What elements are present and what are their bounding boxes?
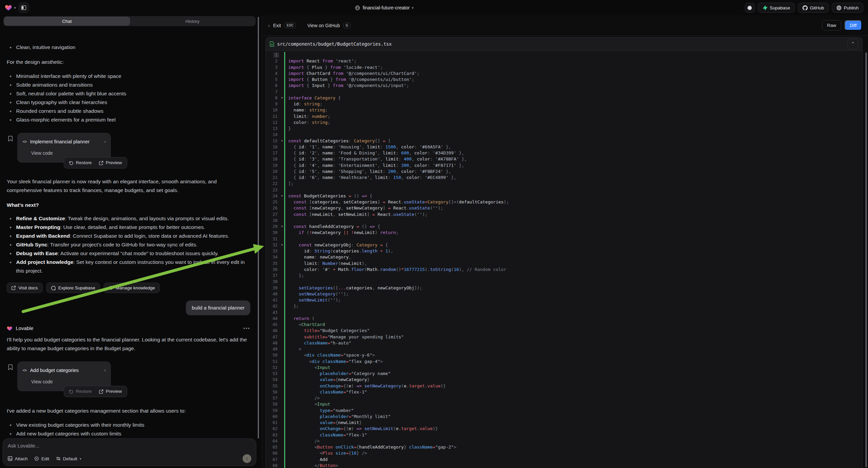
settings-button[interactable] (745, 3, 755, 13)
next-step-item: Master Prompting: Use clear, detailed, a… (7, 223, 250, 232)
whats-next-heading: What's next? (7, 201, 250, 209)
back-chevron-icon[interactable]: ‹ (268, 23, 270, 28)
code-text: id: string; (284, 101, 862, 107)
fold-spacer (280, 340, 284, 346)
file-card: src/components/budget/BudgetCategories.t… (266, 37, 863, 468)
line-number: 27 (266, 211, 280, 217)
collapse-chevron-up-button[interactable]: ⌃ (847, 39, 858, 49)
github-icon (803, 5, 808, 10)
code-line: 36 color: '#' + Math.floor(Math.random()… (266, 267, 862, 273)
visit-docs-label: Visit docs (19, 284, 38, 292)
tab-chat[interactable]: Chat (4, 17, 130, 26)
preview-button[interactable]: Preview (95, 387, 125, 396)
code-text: <Input (284, 364, 862, 371)
fold-chevron-icon[interactable]: ▼ (280, 138, 284, 144)
restore-button[interactable]: Restore (65, 158, 95, 167)
assistant-paragraph: I'll help you add budget categories to t… (7, 335, 250, 353)
logo-chevron-down-icon[interactable]: ▾ (14, 6, 16, 10)
line-number: 22 (266, 181, 280, 187)
code-line: 24▼const BudgetCategories = () => { (266, 193, 862, 199)
project-switcher[interactable]: financial-future-creator ▾ (355, 0, 414, 16)
code-text: { id: '5', name: 'Shopping', limit: 200,… (284, 169, 862, 175)
fold-spacer (280, 328, 284, 334)
card-toolbar: Restore Preview (64, 157, 127, 169)
mode-selector[interactable]: Default ▾ (56, 456, 82, 461)
code-text: onChange={(e) => setNewCategory(e.target… (284, 383, 862, 389)
visit-docs-button[interactable]: Visit docs (7, 283, 42, 293)
code-lines[interactable]: 12import React from 'react';3import { Pl… (266, 51, 862, 468)
next-step-item: Expand with Backend: Connect Supabase to… (7, 232, 250, 240)
code-line: 19 { id: '4', name: 'Entertainment', lim… (266, 163, 862, 169)
code-line: 22]; (266, 181, 862, 187)
line-number: 39 (266, 285, 280, 291)
line-number: 57 (266, 395, 280, 401)
code-scrollbar[interactable] (865, 52, 867, 467)
code-line: 67 Add (266, 457, 862, 463)
manage-knowledge-button[interactable]: Manage knowledge (104, 283, 160, 293)
chat-scroll-area[interactable]: Clean, intuitive navigation For the desi… (7, 42, 250, 437)
sidebar-toggle-button[interactable] (19, 3, 29, 13)
line-number: 44 (266, 316, 280, 322)
code-line: 37 }; (266, 273, 862, 279)
explore-supabase-button[interactable]: Explore Supabase (46, 283, 100, 293)
code-text: subtitle="Manage your spending limits" (284, 334, 862, 340)
attach-image-icon (8, 456, 12, 461)
raw-toggle-button[interactable]: Raw (822, 20, 841, 31)
external-link-icon (11, 286, 16, 290)
supabase-icon (763, 5, 767, 10)
project-chevron-down-icon: ▾ (412, 6, 414, 10)
edit-label: Edit (41, 456, 49, 461)
fold-spacer (280, 408, 284, 414)
code-line: 17 { id: '2', name: 'Food & Dining', lim… (266, 150, 862, 156)
fold-spacer (280, 205, 284, 211)
publish-button[interactable]: Publish (832, 3, 863, 13)
fold-spacer (280, 432, 284, 438)
app-window: ▾ financial-future-creator ▾ (0, 0, 868, 468)
exit-button[interactable]: Exit (273, 23, 281, 28)
tab-history[interactable]: History (130, 17, 255, 26)
edit-button[interactable]: Edit (34, 456, 49, 461)
fold-spacer (280, 279, 284, 285)
fold-spacer (280, 131, 284, 138)
view-code-link[interactable]: View code (31, 149, 106, 157)
restore-button[interactable]: Restore (65, 387, 95, 396)
code-line: 26 const [newCategory, setNewCategory] =… (266, 205, 862, 211)
bookmark-icon[interactable] (8, 364, 13, 391)
code-text (284, 52, 862, 58)
fold-spacer (280, 254, 284, 260)
code-text: }; (284, 273, 862, 279)
line-number: 11 (266, 114, 280, 119)
fold-spacer (280, 267, 284, 273)
fold-spacer (280, 52, 284, 58)
fold-chevron-icon[interactable]: ▼ (280, 242, 284, 248)
fold-chevron-icon[interactable]: ▼ (280, 193, 284, 199)
code-text: color: '#' + Math.floor(Math.random()*16… (284, 267, 862, 273)
code-text: name: string; (284, 107, 862, 113)
preview-button[interactable]: Preview (95, 158, 125, 167)
line-number: 9 (266, 101, 280, 107)
fold-chevron-icon[interactable]: ▼ (280, 95, 284, 101)
send-button[interactable]: ↑ (243, 454, 251, 463)
attach-button[interactable]: Attach (8, 456, 28, 461)
chat-input[interactable] (8, 443, 251, 448)
chat-scrollbar[interactable] (258, 17, 259, 438)
preview-label: Preview (106, 387, 122, 396)
diff-toggle-button[interactable]: Diff (844, 20, 862, 31)
view-on-github-button[interactable]: View on GitHub (307, 23, 340, 28)
code-line: 57 /> (266, 395, 862, 401)
message-more-icon[interactable]: ••• (243, 324, 250, 333)
next-step-item: Refine & Customize: Tweak the design, an… (7, 214, 250, 223)
code-line: 52 <Input (266, 364, 862, 371)
bookmark-icon[interactable] (8, 136, 13, 163)
line-number: 23 (266, 187, 280, 193)
supabase-button[interactable]: Supabase (758, 3, 795, 13)
view-code-link[interactable]: View code (31, 377, 106, 386)
fold-chevron-icon[interactable]: ▼ (280, 224, 284, 230)
code-text: const handleAddCategory = () => { (284, 224, 862, 230)
github-button[interactable]: GitHub (798, 3, 829, 13)
fold-spacer (280, 303, 284, 309)
file-header[interactable]: src/components/budget/BudgetCategories.t… (266, 37, 862, 51)
code-line: 38 (266, 279, 862, 285)
line-number: 12 (266, 119, 280, 125)
lovable-logo-icon[interactable] (5, 4, 12, 11)
